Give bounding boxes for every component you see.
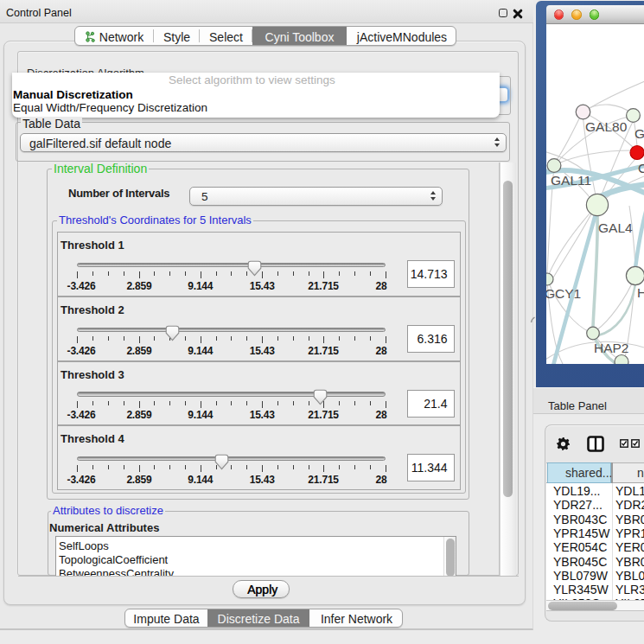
svg-text:GAL80: GAL80 xyxy=(585,119,628,134)
svg-text:CD: CD xyxy=(638,161,644,175)
svg-text:GAL4: GAL4 xyxy=(598,220,633,235)
svg-text:GCY1: GCY1 xyxy=(546,286,581,301)
svg-text:HI: HI xyxy=(637,285,644,300)
svg-text:HAP2: HAP2 xyxy=(594,341,629,355)
svg-text:GAL11: GAL11 xyxy=(551,173,591,188)
svg-text:GA: GA xyxy=(634,126,644,141)
